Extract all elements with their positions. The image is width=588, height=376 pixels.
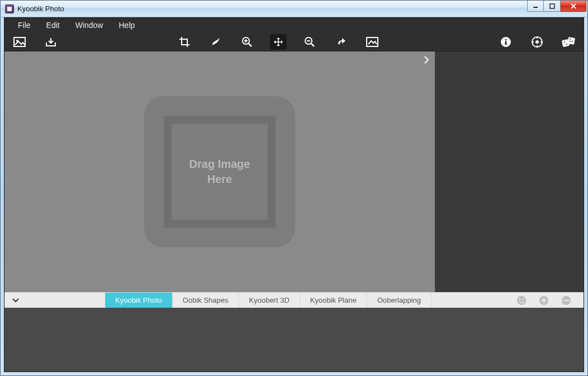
- svg-point-6: [243, 37, 249, 44]
- menu-edit[interactable]: Edit: [39, 18, 68, 32]
- app-window: Kyoobik Photo File Edit Window Help: [0, 0, 588, 376]
- toolbar-center: [176, 34, 381, 50]
- svg-point-5: [16, 40, 18, 42]
- tab-remove-button[interactable]: [561, 295, 571, 306]
- svg-point-31: [570, 40, 571, 41]
- dropzone[interactable]: Drag Image Here: [144, 96, 295, 247]
- dropzone-line1: Drag Image: [189, 158, 250, 170]
- menu-file[interactable]: File: [10, 18, 39, 32]
- svg-point-33: [519, 298, 521, 300]
- randomize-button[interactable]: [560, 34, 577, 50]
- smile-icon: [516, 295, 527, 306]
- close-button[interactable]: [561, 1, 586, 12]
- move-button[interactable]: [270, 34, 287, 50]
- svg-rect-25: [562, 39, 570, 46]
- dropzone-line2: Here: [207, 173, 232, 185]
- settings-button[interactable]: [529, 34, 546, 50]
- window-title: Kyoobik Photo: [17, 4, 64, 13]
- window-controls: [527, 1, 586, 12]
- side-panel: [435, 51, 584, 292]
- chevron-right-icon: [424, 56, 429, 64]
- zoom-out-button[interactable]: [301, 34, 318, 50]
- tab-preset-button[interactable]: [516, 295, 527, 306]
- randomize-icon: [562, 36, 575, 48]
- svg-rect-15: [367, 37, 378, 46]
- info-icon: [500, 36, 511, 48]
- redo-icon: [335, 36, 347, 48]
- crop-icon: [179, 36, 190, 48]
- svg-point-35: [539, 296, 548, 305]
- svg-point-29: [570, 38, 571, 39]
- export-icon: [45, 37, 57, 47]
- maximize-icon: [549, 3, 555, 9]
- svg-rect-26: [567, 37, 575, 45]
- crop-button[interactable]: [176, 34, 193, 50]
- svg-rect-18: [505, 41, 507, 45]
- tabstrip-tools: [516, 293, 584, 308]
- zoom-in-button[interactable]: [239, 34, 255, 50]
- menubar: File Edit Window Help: [4, 18, 584, 32]
- svg-rect-1: [550, 4, 554, 8]
- svg-point-28: [566, 43, 567, 44]
- svg-line-2: [571, 4, 576, 8]
- minus-circle-icon: [561, 295, 571, 306]
- svg-point-20: [535, 40, 539, 44]
- svg-point-30: [572, 40, 573, 41]
- svg-point-38: [562, 296, 571, 305]
- workspace: Drag Image Here: [4, 51, 584, 292]
- plus-circle-icon: [539, 295, 549, 306]
- tabstrip-dropdown[interactable]: [4, 293, 27, 308]
- zoom-in-icon: [241, 36, 253, 48]
- menu-window[interactable]: Window: [68, 18, 111, 32]
- export-button[interactable]: [42, 34, 59, 50]
- svg-line-7: [249, 44, 252, 46]
- zoom-out-icon: [304, 36, 315, 48]
- canvas-area[interactable]: Drag Image Here: [4, 51, 435, 292]
- dropzone-text: Drag Image Here: [189, 157, 250, 187]
- tab-kyoobik-photo[interactable]: Kyoobik Photo: [105, 293, 173, 308]
- toolbar: [4, 32, 584, 51]
- bottom-panel: [4, 308, 584, 372]
- svg-rect-4: [14, 37, 25, 46]
- titlebar[interactable]: Kyoobik Photo: [1, 1, 587, 17]
- tab-kyoobert-3d[interactable]: Kyoobert 3D: [239, 293, 300, 308]
- svg-point-17: [505, 39, 506, 40]
- tab-add-button[interactable]: [539, 295, 549, 306]
- svg-point-34: [523, 298, 524, 300]
- chevron-down-icon: [12, 298, 19, 303]
- minimize-button[interactable]: [527, 1, 544, 12]
- svg-point-32: [517, 296, 526, 305]
- open-image-button[interactable]: [11, 34, 28, 50]
- fit-image-icon: [366, 37, 378, 47]
- close-icon: [570, 3, 577, 10]
- tab-kyoobik-plane[interactable]: Kyoobik Plane: [300, 293, 367, 308]
- svg-point-19: [532, 37, 542, 47]
- settings-icon: [532, 36, 543, 48]
- open-image-icon: [13, 37, 26, 47]
- svg-point-16: [501, 37, 511, 47]
- info-button[interactable]: [497, 34, 514, 50]
- dropzone-frame: Drag Image Here: [164, 116, 276, 228]
- tab-oobik-shapes[interactable]: Oobik Shapes: [173, 293, 239, 308]
- svg-point-12: [305, 37, 312, 44]
- brush-button[interactable]: [207, 34, 224, 50]
- tabs: Kyoobik Photo Oobik Shapes Kyoobert 3D K…: [105, 293, 431, 308]
- toolbar-right: [497, 34, 577, 50]
- tab-ooberlapping[interactable]: Ooberlapping: [367, 293, 431, 308]
- tabstrip: Kyoobik Photo Oobik Shapes Kyoobert 3D K…: [4, 292, 584, 308]
- app-icon: [5, 4, 14, 13]
- svg-point-27: [564, 41, 565, 42]
- brush-icon: [210, 36, 221, 48]
- maximize-button[interactable]: [544, 1, 561, 12]
- panel-collapse-button[interactable]: [421, 55, 431, 65]
- svg-line-13: [311, 44, 314, 46]
- toolbar-left: [11, 34, 59, 50]
- client-area: File Edit Window Help: [4, 17, 584, 372]
- svg-line-3: [571, 4, 576, 8]
- menu-help[interactable]: Help: [111, 18, 143, 32]
- minimize-icon: [533, 3, 538, 9]
- fit-image-button[interactable]: [364, 34, 381, 50]
- redo-button[interactable]: [333, 34, 349, 50]
- move-icon: [273, 36, 284, 48]
